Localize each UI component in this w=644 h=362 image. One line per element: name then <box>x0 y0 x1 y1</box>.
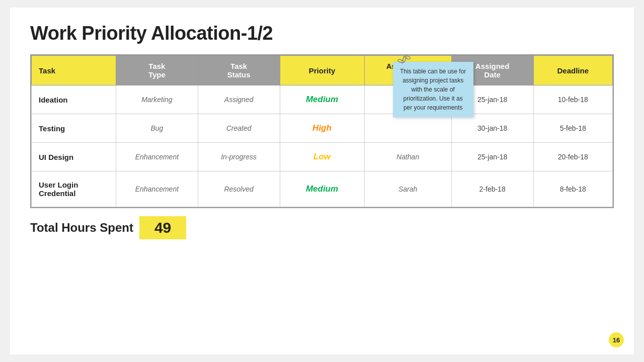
header-priority: Priority <box>280 56 364 85</box>
table-row: User LoginCredential Enhancement Resolve… <box>32 171 613 207</box>
task-type: Marketing <box>116 85 198 114</box>
priority-value: Medium <box>280 85 364 114</box>
task-type: Enhancement <box>116 143 198 171</box>
footer-row: Total Hours Spent 49 <box>30 216 614 239</box>
task-status: Resolved <box>198 171 280 207</box>
total-hours-value: 49 <box>139 216 186 239</box>
priority-value: High <box>280 114 364 143</box>
task-name: Ideation <box>32 85 116 114</box>
assigned-to: Nathan <box>364 143 451 171</box>
priority-value: Medium <box>280 171 364 207</box>
priority-value: Low <box>280 143 364 171</box>
table-row: Ideation Marketing Assigned Medium This … <box>32 85 613 114</box>
table-row: UI Design Enhancement In-progress Low Na… <box>32 143 613 171</box>
task-type: Enhancement <box>116 171 198 207</box>
task-name: User LoginCredential <box>32 171 116 207</box>
task-status: Created <box>198 114 280 143</box>
deadline: 8-feb-18 <box>533 171 613 207</box>
total-hours-label: Total Hours Spent <box>30 221 133 235</box>
deadline: 5-feb-18 <box>533 114 613 143</box>
task-type: Bug <box>116 114 198 143</box>
sticky-note: This table can be use for assigning proj… <box>393 62 473 117</box>
table-wrapper: Task TaskType TaskStatus Priority Assign… <box>30 54 614 208</box>
task-status: In-progress <box>198 143 280 171</box>
assigned-to <box>364 114 451 143</box>
header-task-status: TaskStatus <box>198 56 280 85</box>
table-row: Testing Bug Created High 30-jan-18 5-feb… <box>32 114 613 143</box>
deadline: 10-feb-18 <box>533 85 613 114</box>
assigned-to: This table can be use for assigning proj… <box>364 85 451 114</box>
task-name: UI Design <box>32 143 116 171</box>
task-status: Assigned <box>198 85 280 114</box>
header-deadline: Deadline <box>533 56 613 85</box>
deadline: 20-feb-18 <box>533 143 613 171</box>
assigned-date: 25-jan-18 <box>451 143 533 171</box>
header-task-type: TaskType <box>116 56 198 85</box>
main-table: Task TaskType TaskStatus Priority Assign… <box>31 55 613 207</box>
slide-title: Work Priority Allocation-1/2 <box>30 23 614 44</box>
page-number: 16 <box>609 332 624 347</box>
assigned-to: Sarah <box>364 171 451 207</box>
task-name: Testing <box>32 114 116 143</box>
header-task: Task <box>32 56 116 85</box>
slide: Work Priority Allocation-1/2 Task TaskTy… <box>10 8 634 354</box>
assigned-date: 2-feb-18 <box>451 171 533 207</box>
assigned-date: 30-jan-18 <box>451 114 533 143</box>
